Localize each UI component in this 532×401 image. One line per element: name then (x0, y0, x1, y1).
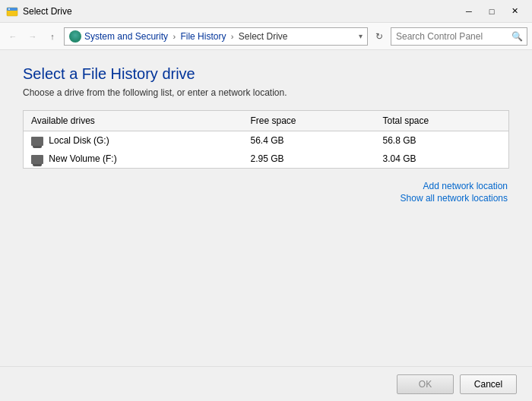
address-box[interactable]: System and Security › File History › Sel… (64, 27, 368, 46)
total-space-1: 3.04 GB (375, 150, 508, 168)
free-space-0: 56.4 GB (243, 131, 375, 150)
breadcrumb-file-history[interactable]: File History (180, 31, 226, 42)
globe-icon (69, 30, 81, 43)
minimize-button[interactable]: ─ (458, 4, 480, 19)
close-button[interactable]: ✕ (503, 4, 526, 19)
table-header-row: Available drives Free space Total space (24, 111, 508, 131)
back-button[interactable]: ← (5, 28, 21, 45)
links-area: Add network location Show all network lo… (23, 181, 509, 204)
col-free-space: Free space (243, 111, 375, 131)
breadcrumb-system-security[interactable]: System and Security (84, 31, 168, 42)
breadcrumb: System and Security › File History › Sel… (84, 31, 287, 42)
free-space-1: 2.95 GB (243, 150, 375, 168)
drive-icon-0 (31, 137, 43, 146)
title-bar: Select Drive ─ □ ✕ (0, 0, 532, 23)
refresh-button[interactable]: ↻ (371, 28, 388, 45)
drives-table: Available drives Free space Total space … (24, 111, 508, 168)
drives-table-container: Available drives Free space Total space … (23, 110, 509, 169)
col-total-space: Total space (375, 111, 508, 131)
search-input[interactable] (396, 31, 510, 42)
svg-point-2 (8, 8, 10, 10)
main-content: Select a File History drive Choose a dri… (0, 50, 532, 213)
show-all-network-locations-button[interactable]: Show all network locations (23, 193, 508, 204)
address-bar: ← → ↑ System and Security › File History… (0, 23, 532, 50)
window-title: Select Drive (23, 6, 458, 17)
breadcrumb-select-drive: Select Drive (239, 31, 288, 42)
add-network-location-button[interactable]: Add network location (23, 181, 508, 191)
address-chevron-icon[interactable]: ▾ (359, 32, 363, 40)
col-available-drives: Available drives (24, 111, 243, 131)
footer: OK Cancel (0, 366, 532, 401)
search-box[interactable]: 🔍 (391, 27, 527, 46)
page-heading: Select a File History drive (23, 65, 509, 83)
drive-name-1: New Volume (F:) (24, 150, 243, 168)
total-space-0: 56.8 GB (375, 131, 508, 150)
page-subtitle: Choose a drive from the following list, … (23, 87, 509, 98)
ok-button[interactable]: OK (397, 374, 454, 394)
window-icon (6, 5, 18, 17)
cancel-button[interactable]: Cancel (460, 374, 517, 394)
forward-button[interactable]: → (24, 28, 41, 45)
window-controls: ─ □ ✕ (458, 4, 526, 19)
drive-name-0: Local Disk (G:) (24, 131, 243, 150)
table-row[interactable]: Local Disk (G:) 56.4 GB 56.8 GB (24, 131, 508, 150)
search-icon[interactable]: 🔍 (510, 31, 524, 42)
drive-icon-1 (31, 155, 43, 164)
maximize-button[interactable]: □ (480, 4, 503, 19)
table-row[interactable]: New Volume (F:) 2.95 GB 3.04 GB (24, 150, 508, 168)
up-button[interactable]: ↑ (44, 28, 61, 45)
